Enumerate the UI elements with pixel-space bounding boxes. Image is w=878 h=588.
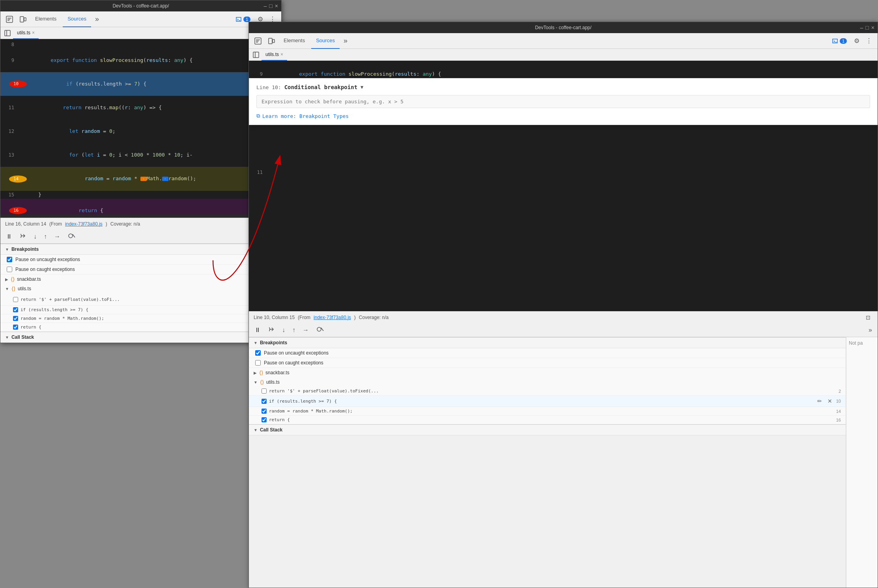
- left-deactivate-btn[interactable]: [65, 231, 78, 243]
- left-close-btn[interactable]: ×: [275, 3, 278, 9]
- right-call-stack-section: ▼ Call Stack: [249, 424, 846, 435]
- left-pause-btn[interactable]: ⏸: [4, 231, 15, 242]
- left-position: Line 16, Column 14: [5, 221, 46, 227]
- right-bp-edit-2[interactable]: ✏: [816, 397, 824, 405]
- left-status-bar: Line 16, Column 14 (From index-73f73a80.…: [0, 218, 281, 230]
- popup-expression-input[interactable]: [256, 95, 870, 108]
- right-code-extra: 11: [249, 168, 878, 192]
- right-snackbar-file-row[interactable]: ▶ ⟨⟩ snackbar.ts: [249, 368, 846, 377]
- right-coverage: Coverage: n/a: [359, 315, 389, 320]
- right-expand-panel-btn[interactable]: ⊡: [863, 313, 873, 322]
- right-tab-more[interactable]: »: [341, 35, 350, 47]
- left-pause-caught-row: Pause on caught exceptions: [0, 265, 281, 274]
- right-code-area[interactable]: 9 export function slowProcessing(results…: [249, 61, 878, 311]
- right-breakpoints-section: ▼ Breakpoints Pause on uncaught exceptio…: [249, 337, 846, 424]
- right-window-controls: – □ ×: [860, 24, 874, 31]
- right-pause-caught-checkbox[interactable]: [255, 360, 261, 366]
- left-maximize-btn[interactable]: □: [269, 3, 272, 9]
- right-console-badge-btn[interactable]: 1: [829, 36, 850, 46]
- right-step-into-btn[interactable]: ↓: [280, 325, 288, 335]
- left-snackbar-file-row[interactable]: ▶ ⟨⟩ snackbar.ts: [0, 274, 281, 284]
- right-file-tab-close[interactable]: ×: [280, 52, 283, 57]
- right-utils-file-row[interactable]: ▼ ⟨⟩ utils.ts: [249, 377, 846, 387]
- left-bp-check-1[interactable]: [13, 297, 18, 302]
- right-more-btn[interactable]: ⋮: [863, 35, 874, 46]
- right-step-out-btn[interactable]: ↑: [290, 325, 298, 335]
- svg-rect-3: [5, 30, 10, 36]
- right-file-link[interactable]: index-73f73a80.js: [314, 315, 351, 320]
- left-pause-uncaught-checkbox[interactable]: [7, 257, 12, 262]
- left-file-link[interactable]: index-73f73a80.js: [65, 221, 103, 227]
- code-line-8: 8: [0, 41, 281, 49]
- left-minimize-btn[interactable]: –: [264, 3, 267, 9]
- left-bp-check-2[interactable]: [13, 307, 18, 312]
- right-bp-del-2[interactable]: ✕: [826, 397, 834, 405]
- right-settings-btn[interactable]: ⚙: [852, 35, 862, 46]
- right-bp-check-2[interactable]: [262, 399, 267, 404]
- right-inspect-btn[interactable]: [252, 36, 264, 46]
- right-step-btn[interactable]: →: [300, 325, 311, 335]
- right-bp-check-1[interactable]: [262, 388, 267, 394]
- right-breakpoints-header[interactable]: ▼ Breakpoints: [249, 338, 846, 348]
- right-title: DevTools - coffee-cart.app/: [535, 25, 591, 30]
- left-step-into-btn[interactable]: ↓: [31, 231, 39, 242]
- left-bp-check-4[interactable]: [13, 325, 18, 330]
- right-tab-elements[interactable]: Elements: [279, 33, 310, 49]
- svg-rect-8: [273, 39, 275, 43]
- right-file-tab-utils[interactable]: utils.ts ×: [262, 49, 287, 61]
- svg-rect-2: [24, 18, 26, 21]
- left-utils-file-row[interactable]: ▼ ⟨⟩ utils.ts: [0, 284, 281, 293]
- left-bp-check-3[interactable]: [13, 316, 18, 321]
- code-line-14: 14 random = random * 🔸Math.🔹random();: [0, 167, 281, 191]
- left-call-stack-header[interactable]: ▼ Call Stack: [0, 332, 281, 343]
- left-title: DevTools - coffee-cart.app/: [112, 3, 169, 9]
- left-breakpoints-panel: Pause on uncaught exceptions Pause on ca…: [0, 255, 281, 332]
- left-file-tab-close[interactable]: ×: [32, 30, 35, 35]
- left-console-badge: 1: [243, 17, 250, 22]
- right-maximize-btn[interactable]: □: [865, 24, 869, 31]
- left-device-btn[interactable]: [17, 14, 29, 24]
- svg-point-10: [317, 327, 321, 331]
- code-line-10: 10 if (results.length >= 7) {: [0, 72, 281, 96]
- popup-dropdown-icon[interactable]: ▼: [361, 84, 363, 90]
- left-sidebar-toggle[interactable]: [2, 28, 13, 39]
- popup-link-icon: ⧉: [256, 113, 260, 119]
- right-bp-check-3[interactable]: [262, 409, 267, 414]
- left-step-out-btn[interactable]: ↑: [41, 231, 49, 242]
- popup-line-label: Line 10:: [256, 84, 281, 90]
- right-close-btn[interactable]: ×: [871, 24, 874, 31]
- right-file-tab-bar: utils.ts ×: [249, 49, 878, 61]
- right-bp-entry-3: random = random * Math.random(); 14: [249, 407, 846, 416]
- right-pause-uncaught-checkbox[interactable]: [255, 350, 261, 356]
- right-more-panel-btn[interactable]: »: [866, 325, 874, 335]
- left-bp-entry-1: return '$' + parseFloat(value).toFi... ✏…: [0, 293, 281, 306]
- left-debug-toolbar: ⏸ ↓ ↑ →: [0, 230, 281, 244]
- right-tab-sources[interactable]: Sources: [311, 33, 340, 49]
- left-bp-entry-3: random = random * Math.random(); 14: [0, 314, 281, 323]
- left-step-btn[interactable]: →: [52, 231, 63, 242]
- left-tab-sources[interactable]: Sources: [63, 11, 91, 27]
- left-step-over-btn[interactable]: [17, 231, 29, 243]
- left-pause-uncaught-row: Pause on uncaught exceptions: [0, 255, 281, 265]
- left-tab-elements[interactable]: Elements: [30, 11, 61, 27]
- right-device-btn[interactable]: [265, 36, 277, 46]
- popup-learn-more-link[interactable]: Learn more: Breakpoint Types: [262, 113, 349, 119]
- left-code-area[interactable]: 8 9 export function slowProcessing(resul…: [0, 39, 281, 218]
- code-line-12: 12 let random = 0;: [0, 119, 281, 143]
- right-main-panel: ▼ Breakpoints Pause on uncaught exceptio…: [249, 337, 846, 588]
- left-breakpoints-header[interactable]: ▼ Breakpoints: [0, 244, 281, 255]
- left-inspect-btn[interactable]: [4, 14, 15, 24]
- right-bp-check-4[interactable]: [262, 417, 267, 422]
- right-deactivate-btn[interactable]: [314, 324, 326, 336]
- right-minimize-btn[interactable]: –: [860, 24, 863, 31]
- right-step-over-btn[interactable]: [265, 324, 277, 336]
- left-tab-more[interactable]: »: [93, 13, 101, 25]
- right-code-line-11: 11: [249, 168, 878, 176]
- right-sidebar-toggle[interactable]: [250, 49, 262, 60]
- left-coverage: Coverage: n/a: [110, 221, 140, 227]
- right-call-stack-header[interactable]: ▼ Call Stack: [249, 425, 846, 435]
- popup-title: Conditional breakpoint: [284, 84, 357, 90]
- left-pause-caught-checkbox[interactable]: [7, 267, 12, 272]
- left-file-tab-utils[interactable]: utils.ts ×: [13, 27, 39, 39]
- right-pause-btn[interactable]: ⏸: [252, 325, 263, 335]
